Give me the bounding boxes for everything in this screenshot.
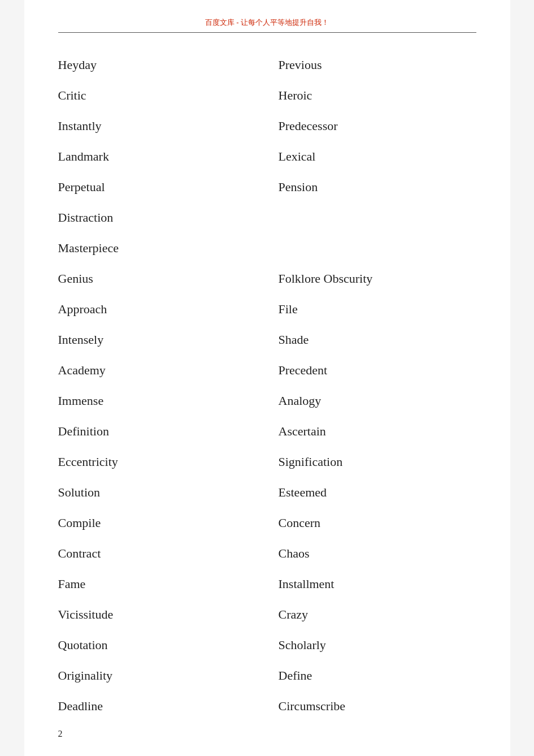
header-text: 百度文库 - 让每个人平等地提升自我！ (205, 18, 329, 27)
list-item: Shade (279, 325, 476, 355)
list-item: Compile (58, 508, 256, 538)
list-item: Analogy (279, 386, 476, 416)
list-item: Approach (58, 294, 256, 325)
list-item: Esteemed (279, 477, 476, 508)
list-item: Scholarly (279, 630, 476, 660)
list-item: File (279, 294, 476, 325)
list-item: Predecessor (279, 111, 476, 141)
list-item: Precedent (279, 355, 476, 386)
list-item: Critic (58, 80, 256, 111)
list-item: Lexical (279, 141, 476, 172)
list-item: Solution (58, 477, 256, 508)
list-item: Contract (58, 538, 256, 569)
header-bar: 百度文库 - 让每个人平等地提升自我！ (58, 17, 476, 33)
list-item: Definition (58, 416, 256, 447)
list-item: Eccentricity (58, 447, 256, 477)
list-item: Crazy (279, 599, 476, 630)
list-item: Vicissitude (58, 599, 256, 630)
list-item: Heroic (279, 80, 476, 111)
list-item: Instantly (58, 111, 256, 141)
list-item: Circumscribe (279, 691, 476, 722)
list-item: Fame (58, 569, 256, 599)
list-item: Immense (58, 386, 256, 416)
list-item: Previous (279, 50, 476, 80)
page: 百度文库 - 让每个人平等地提升自我！ HeydayPreviousCritic… (24, 0, 510, 756)
list-item: Chaos (279, 538, 476, 569)
list-item: Academy (58, 355, 256, 386)
list-item: Landmark (58, 141, 256, 172)
list-item: Concern (279, 508, 476, 538)
list-item: Signification (279, 447, 476, 477)
list-item: Ascertain (279, 416, 476, 447)
list-item: Quotation (58, 630, 256, 660)
list-item: Pension (279, 172, 476, 202)
list-item: Intensely (58, 325, 256, 355)
list-item: Distraction (58, 202, 256, 233)
list-item: Heyday (58, 50, 256, 80)
list-item: Masterpiece (58, 233, 256, 263)
page-number: 2 (58, 729, 63, 739)
list-item: Perpetual (58, 172, 256, 202)
list-item: Originality (58, 660, 256, 691)
word-grid: HeydayPreviousCriticHeroicInstantlyPrede… (58, 50, 476, 722)
list-item: Deadline (58, 691, 256, 722)
list-item: Installment (279, 569, 476, 599)
list-item: Genius (58, 263, 256, 294)
list-item: Folklore Obscurity (279, 263, 476, 294)
list-item: Define (279, 660, 476, 691)
